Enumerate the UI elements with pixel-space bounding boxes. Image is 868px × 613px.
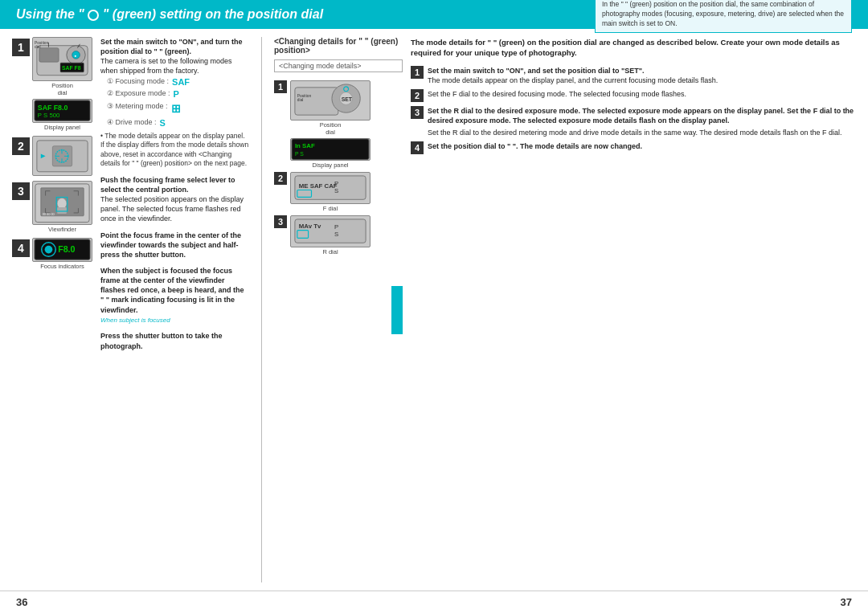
svg-text:S: S: [334, 231, 338, 239]
mid-step2-row: 2 ME SAF CAF P S F dial: [274, 172, 403, 212]
step2-title: Push the focusing frame select lever to …: [100, 176, 235, 194]
mid-step2-num: 2: [274, 172, 287, 185]
right-step2-num: 2: [411, 89, 424, 102]
svg-text:MAv Tv: MAv Tv: [299, 223, 321, 230]
right-step2: 2 Set the F dial to the desired focusing…: [411, 89, 856, 102]
svg-text:F8.0: F8.0: [58, 245, 75, 255]
mid-step2-imgs: ME SAF CAF P S F dial: [290, 172, 371, 212]
step3-desc: Point the focus frame in the center of t…: [100, 231, 249, 260]
mode-item-4: ④ Drive mode :S: [107, 117, 249, 129]
step3-viewfinder-image: 00 00 00: [32, 181, 92, 225]
section-divider: [261, 37, 262, 582]
mid-step3-imgs: MAv Tv P S R dial: [290, 215, 371, 255]
step1-note: The mode details appear on the display p…: [100, 132, 249, 169]
step4-number: 4: [12, 239, 30, 257]
right-step1-text: Set the main switch to "ON", and set the…: [428, 66, 718, 85]
focused-note: When subject is focused: [100, 317, 249, 325]
step3-number: 3: [12, 182, 30, 200]
right-step3-text: Set the R dial to the desired exposure m…: [428, 106, 856, 137]
left-images-col: 1 ● SAF F8: [12, 37, 92, 582]
changing-intro: The mode details for " " (green) on the …: [411, 37, 856, 59]
mid-step1-row: 1 Position dial SET: [274, 80, 403, 169]
mid-display-caption1: Display panel: [312, 161, 348, 169]
step1-camera-wrap: ● SAF F8 Position dial Positiondial: [32, 37, 92, 131]
right-step1: 1 Set the main switch to "ON", and set t…: [411, 66, 856, 85]
right-step2-text: Set the F dial to the desired focusing m…: [428, 89, 686, 99]
svg-rect-1: [39, 47, 59, 62]
header-note: In the " " (green) position on the posit…: [595, 0, 852, 33]
svg-text:S: S: [334, 188, 338, 195]
accent-bar: [391, 286, 403, 334]
focus-indicators-caption: Focus indicators: [40, 263, 84, 270]
step5-title: Press the shutter button to take the pho…: [100, 332, 223, 349]
step2-number: 2: [12, 137, 30, 155]
right-step3-num: 3: [411, 106, 424, 119]
svg-text:00 00 00: 00 00 00: [43, 212, 55, 216]
svg-text:ME SAF CAF: ME SAF CAF: [299, 182, 338, 190]
right-step3: 3 Set the R dial to the desired exposure…: [411, 106, 856, 137]
mid-rdial-caption: R dial: [322, 248, 338, 255]
page-number-left: 36: [16, 596, 27, 608]
step1-camera-image: ● SAF F8 Position dial: [32, 37, 92, 81]
step2-body: The selected position appears on the dis…: [100, 195, 244, 223]
page-numbers: 36 37: [0, 591, 868, 613]
step2-left-img-row: 2: [12, 136, 92, 176]
mid-step3-row: 3 MAv Tv P S R dial: [274, 215, 403, 255]
step2-image: [32, 136, 92, 176]
step4-focus-indicators: F8.0: [32, 238, 92, 262]
svg-text:P: P: [334, 223, 338, 231]
step3-title: Point the focus frame in the center of t…: [100, 231, 241, 259]
header-bar: Using the " " (green) setting on the pos…: [0, 0, 868, 29]
mid-display1: In SAF P S: [290, 138, 371, 161]
step4-desc: When the subject is focused the focus fr…: [100, 266, 249, 325]
svg-text:SAF F8: SAF F8: [62, 65, 81, 71]
step4-left-img-row: 4 F8.0 Focus indicators: [12, 238, 92, 270]
step5-desc: Press the shutter button to take the pho…: [100, 331, 249, 350]
right-step1-num: 1: [411, 66, 424, 79]
mid-step3-num: 3: [274, 215, 287, 228]
right-step4-num: 4: [411, 141, 424, 154]
right-step4: 4 Set the position dial to " ". The mode…: [411, 141, 856, 154]
step3-left-img-row: 3: [12, 181, 92, 233]
step4-title: When the subject is focused the focus fr…: [100, 267, 244, 314]
svg-text:SET: SET: [342, 96, 353, 101]
step4-indicators-wrap: F8.0 Focus indicators: [32, 238, 92, 270]
changing-header: <Changing details for " " (green) positi…: [274, 37, 403, 55]
svg-text:●: ●: [75, 54, 77, 58]
svg-text:In SAF: In SAF: [295, 142, 315, 149]
pos-dial-caption: Positiondial: [51, 82, 73, 96]
svg-text:SAF  F8.0: SAF F8.0: [38, 104, 68, 112]
step1-desc: Set the main switch to "ON", and turn th…: [100, 37, 249, 169]
left-desc-col: Set the main switch to "ON", and turn th…: [100, 37, 249, 582]
right-section: The mode details for " " (green) on the …: [411, 37, 856, 582]
mid-pos-dial-caption: Positiondial: [320, 121, 342, 136]
mode-item-1: ① Focusing mode :SAF: [107, 76, 249, 88]
changing-subheader: <Changing mode details>: [274, 59, 403, 72]
svg-point-38: [45, 246, 53, 254]
header-title: Using the " " (green) setting on the pos…: [16, 7, 595, 22]
mid-step1-imgs: Position dial SET Positiondial: [290, 80, 371, 169]
svg-rect-25: [57, 207, 67, 214]
svg-text:P: P: [334, 180, 338, 187]
mid-step1-camera: Position dial SET: [290, 80, 371, 121]
middle-section: <Changing details for " " (green) positi…: [274, 37, 403, 582]
svg-point-24: [57, 198, 67, 209]
display-panel-caption1: Display panel: [44, 124, 80, 131]
mode-item-3: ③ Metering mode :⊞: [107, 101, 249, 116]
step2-desc: Push the focusing frame select lever to …: [100, 175, 249, 224]
mid-rdial-image: MAv Tv P S: [290, 215, 371, 247]
mode-item-2: ② Exposure mode :P: [107, 88, 249, 100]
svg-text:P  S  500: P S 500: [38, 112, 60, 120]
step1-number: 1: [12, 39, 30, 56]
viewfinder-caption: Viewfinder: [48, 226, 76, 233]
main-content: 1 ● SAF F8: [0, 29, 868, 591]
step1-title: Set the main switch to "ON", and turn th…: [100, 38, 243, 55]
step3-camera-wrap: 00 00 00 Viewfinder: [32, 181, 92, 233]
svg-text:P  S: P S: [295, 151, 304, 157]
display-panel-image1: SAF F8.0 P S 500: [32, 99, 92, 123]
mid-fdial-caption: F dial: [323, 205, 338, 212]
page-number-right: 37: [841, 596, 852, 608]
mid-step1-num: 1: [274, 80, 287, 93]
svg-text:dial: dial: [297, 98, 304, 102]
step1-left-img-row: 1 ● SAF F8: [12, 37, 92, 131]
